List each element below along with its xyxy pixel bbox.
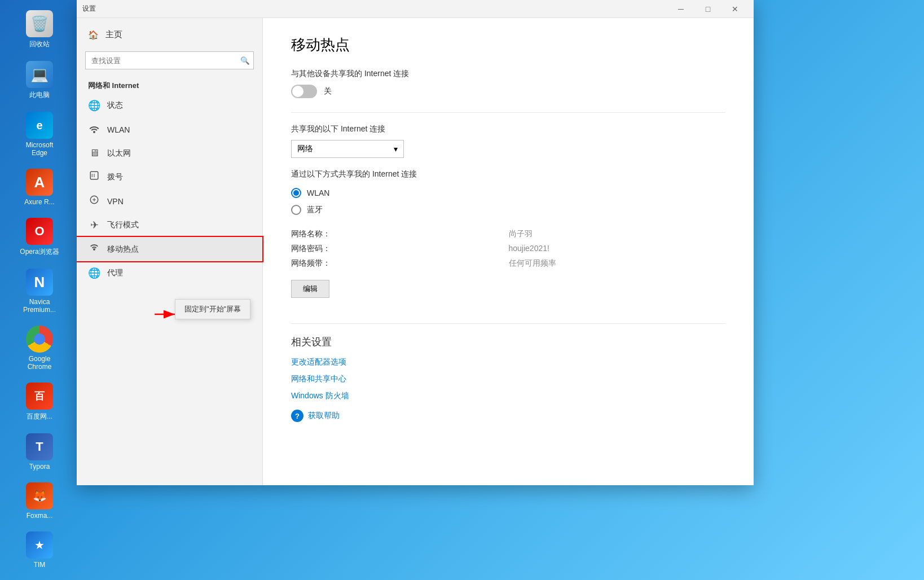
sidebar-item-proxy[interactable]: 🌐 代理 (77, 261, 262, 285)
edge-icon: e (26, 112, 53, 139)
desktop-icon-foxmail[interactable]: 🦊 Foxma... (17, 478, 62, 524)
help-icon: ? (291, 410, 303, 422)
edit-button[interactable]: 编辑 (291, 280, 329, 298)
radio-bluetooth[interactable]: 蓝牙 (291, 205, 725, 215)
home-label: 主页 (105, 29, 122, 40)
desktop: 🗑️ 回收站 💻 此电脑 e Microsoft Edge A Axure R.… (0, 0, 79, 580)
sidebar-item-label: VPN (107, 197, 124, 206)
sidebar-item-hotspot[interactable]: 移动热点 (77, 237, 262, 261)
sidebar-item-ethernet[interactable]: 🖥 以太网 (77, 142, 262, 165)
status-icon: 🌐 (88, 99, 100, 112)
tooltip-text: 固定到"开始"屏幕 (184, 305, 241, 313)
sidebar-item-label: 以太网 (107, 148, 131, 159)
proxy-icon: 🌐 (88, 267, 100, 279)
chevron-down-icon: ▾ (394, 144, 398, 153)
desktop-icon-label: Axure R... (24, 198, 54, 206)
network-password-value: houjie2021! (509, 244, 726, 254)
home-button[interactable]: 🏠 主页 (77, 24, 262, 46)
desktop-icon-navica[interactable]: N Navica Premium... (17, 264, 62, 318)
radio-wlan-label: WLAN (307, 188, 329, 197)
sidebar: 🏠 主页 🔍 网络和 Internet 🌐 状态 WLAN 🖥 以太网 (77, 18, 263, 485)
network-info: 网络名称： 尚子羽 网络密码： houjie2021! 网络频带： 任何可用频率 (291, 229, 725, 269)
divider-2 (291, 323, 725, 324)
share-method-title: 通过以下方式共享我的 Internet 连接 (291, 169, 725, 179)
ethernet-icon: 🖥 (88, 147, 100, 159)
wlan-icon (88, 123, 100, 136)
desktop-icon-typora[interactable]: T Typora (17, 429, 62, 475)
desktop-icon-label: Opera浏览器 (20, 247, 59, 257)
desktop-icon-label: Microsoft Edge (20, 141, 59, 157)
desktop-icon-recycle[interactable]: 🗑️ 回收站 (17, 6, 62, 54)
desktop-icon-baidu[interactable]: 百 百度网... (17, 378, 62, 426)
desktop-icon-label: Typora (29, 463, 50, 471)
toggle-row: 关 (291, 85, 725, 98)
home-icon: 🏠 (88, 30, 99, 40)
main-content: 移动热点 与其他设备共享我的 Internet 连接 关 共享我的以下 Inte… (263, 18, 754, 485)
help-row: ? 获取帮助 (291, 410, 725, 422)
settings-window: 设置 ─ □ ✕ 🏠 主页 🔍 网络和 Internet 🌐 状态 (77, 0, 754, 485)
window-body: 🏠 主页 🔍 网络和 Internet 🌐 状态 WLAN 🖥 以太网 (77, 18, 754, 485)
desktop-icon-label: TIM (34, 561, 46, 569)
share-connection-title: 共享我的以下 Internet 连接 (291, 124, 725, 134)
foxmail-icon: 🦊 (26, 482, 53, 509)
sidebar-item-vpn[interactable]: VPN (77, 189, 262, 213)
maximize-button[interactable]: □ (695, 0, 721, 18)
sidebar-item-label: 状态 (107, 100, 123, 111)
minimize-button[interactable]: ─ (668, 0, 694, 18)
pc-icon: 💻 (26, 61, 53, 88)
network-band-value: 任何可用频率 (509, 258, 726, 269)
recycle-bin-icon: 🗑️ (26, 10, 53, 37)
get-help-link[interactable]: 获取帮助 (308, 411, 340, 421)
axure-icon: A (26, 169, 53, 196)
sidebar-item-label: 移动热点 (107, 244, 139, 254)
radio-group: WLAN 蓝牙 (291, 188, 725, 215)
desktop-icon-chrome[interactable]: Google Chrome (17, 321, 62, 375)
desktop-icon-pc[interactable]: 💻 此电脑 (17, 56, 62, 104)
vpn-icon (88, 195, 100, 208)
desktop-icon-tim[interactable]: ★ TIM (17, 527, 62, 573)
network-name-label: 网络名称： (291, 229, 500, 239)
desktop-icon-label: Foxma... (27, 512, 53, 520)
desktop-icon-edge[interactable]: e Microsoft Edge (17, 107, 62, 161)
sidebar-item-status[interactable]: 🌐 状态 (77, 94, 262, 117)
opera-icon: O (26, 218, 53, 245)
radio-bluetooth-circle (291, 205, 301, 215)
desktop-icon-label: 回收站 (29, 39, 50, 49)
close-button[interactable]: ✕ (722, 0, 748, 18)
share-internet-label: 与其他设备共享我的 Internet 连接 (291, 69, 725, 79)
desktop-icon-label: 百度网... (27, 412, 52, 421)
title-bar: 设置 ─ □ ✕ (77, 0, 754, 18)
desktop-icon-opera[interactable]: O Opera浏览器 (17, 213, 62, 261)
connection-dropdown[interactable]: 网络 ▾ (291, 140, 404, 158)
network-section-header: 网络和 Internet (77, 75, 262, 94)
desktop-icon-axure[interactable]: A Axure R... (17, 164, 62, 210)
radio-wlan-circle (291, 188, 301, 198)
window-controls: ─ □ ✕ (668, 0, 748, 18)
network-password-label: 网络密码： (291, 244, 500, 254)
dropdown-value: 网络 (297, 144, 313, 154)
sidebar-item-dialup[interactable]: 拨号 (77, 165, 262, 189)
sharing-center-link[interactable]: 网络和共享中心 (291, 374, 725, 384)
sidebar-item-wlan[interactable]: WLAN (77, 117, 262, 142)
toggle-state-label: 关 (324, 86, 332, 96)
sidebar-item-airplane[interactable]: ✈ 飞行模式 (77, 213, 262, 237)
radio-wlan[interactable]: WLAN (291, 188, 725, 198)
window-title: 设置 (82, 4, 96, 14)
baidu-icon: 百 (26, 383, 53, 410)
page-title: 移动热点 (291, 35, 725, 55)
search-input[interactable] (85, 51, 254, 69)
airplane-icon: ✈ (88, 219, 100, 231)
hotspot-toggle[interactable] (291, 85, 317, 98)
firewall-link[interactable]: Windows 防火墙 (291, 391, 725, 401)
network-band-label: 网络频带： (291, 258, 500, 269)
desktop-icon-forti[interactable]: ⛨ FortiCli... (17, 576, 62, 580)
dialup-icon (88, 170, 100, 183)
adapter-options-link[interactable]: 更改适配器选项 (291, 357, 725, 367)
tim-icon: ★ (26, 531, 53, 559)
related-settings-title: 相关设置 (291, 335, 725, 349)
chrome-icon (26, 326, 53, 353)
navica-icon: N (26, 269, 53, 296)
sidebar-item-label: 代理 (107, 268, 123, 278)
search-button[interactable]: 🔍 (236, 51, 254, 69)
desktop-icon-label: Google Chrome (20, 355, 59, 371)
